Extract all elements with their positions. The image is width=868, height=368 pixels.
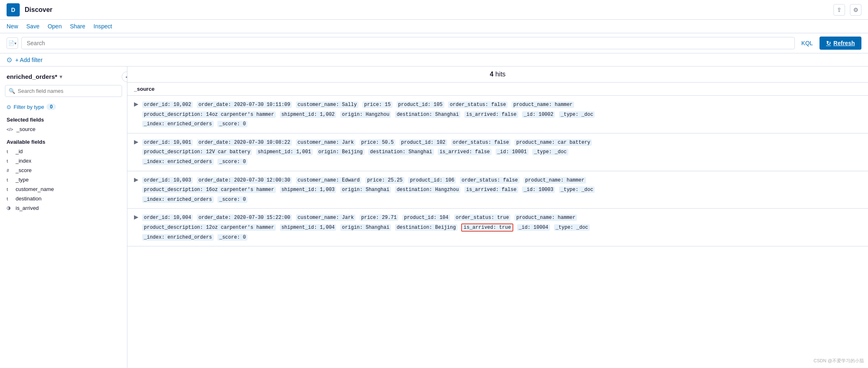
refresh-button[interactable]: ↻ Refresh <box>820 37 861 50</box>
field-score[interactable]: # _score <box>0 166 127 175</box>
sidebar: ◀ enriched_orders* ▾ 🔍 ⊙ Filter by type … <box>0 67 127 368</box>
menu-new[interactable]: New <box>7 23 18 30</box>
field-chip: _id: 10001 <box>496 149 529 155</box>
expand-button[interactable]: ▶ <box>134 176 139 183</box>
field-chip: order_status: false <box>448 101 508 108</box>
field-chip: product_description: 16oz carpenter's ha… <box>142 186 276 193</box>
expand-button[interactable]: ▶ <box>134 214 139 220</box>
field-name-customer: customer_name <box>16 186 54 192</box>
menu-save[interactable]: Save <box>26 23 39 30</box>
field-source[interactable]: </> _source <box>0 124 127 134</box>
field-chip: origin: Hangzhou <box>340 111 391 118</box>
doc-content: order_id: 10,001 order_date: 2020-07-30 … <box>142 138 592 167</box>
top-bar: D Discover ⇪ ⚙ <box>0 0 868 20</box>
field-chip: order_date: 2020-07-30 12:00:30 <box>197 177 292 184</box>
field-chip: _id: 10002 <box>522 111 555 118</box>
source-header: _source <box>127 83 868 96</box>
field-name-destination: destination <box>16 196 42 202</box>
field-chip: _type: _doc <box>554 224 590 231</box>
add-filter-button[interactable]: + Add filter <box>15 57 43 63</box>
field-chip: product_id: 104 <box>402 214 450 221</box>
table-row: ▶ order_id: 10,004 order_date: 2020-07-3… <box>127 209 868 246</box>
highlighted-field: is_arrived: true <box>461 223 513 232</box>
filter-bar: ⊙ + Add filter <box>0 53 868 67</box>
field-chip: origin: Beijing <box>317 149 365 155</box>
search-bar: 📄▾ KQL ↻ Refresh <box>0 33 868 53</box>
top-bar-icons: ⇪ ⚙ <box>833 4 861 16</box>
field-customer-name[interactable]: t customer_name <box>0 184 127 194</box>
field-chip: origin: Shanghai <box>340 224 391 231</box>
search-fields-input[interactable] <box>18 88 118 94</box>
field-chip: _type: _doc <box>559 186 595 193</box>
search-fields-icon: 🔍 <box>9 88 15 94</box>
main-content: 4 hits _source ▶ order_id: 10,002 order_… <box>127 67 868 368</box>
field-chip: is_arrived: false <box>438 149 491 155</box>
kql-button[interactable]: KQL <box>798 40 816 46</box>
field-chip: order_id: 10,002 <box>142 101 193 108</box>
table-row: ▶ order_id: 10,003 order_date: 2020-07-3… <box>127 171 868 209</box>
query-type-selector[interactable]: 📄▾ <box>7 37 18 49</box>
field-chip: _score: 0 <box>217 196 247 203</box>
field-chip: shipment_id: 1,003 <box>280 186 337 193</box>
field-chip: order_id: 10,003 <box>142 177 193 184</box>
field-chip: customer_name: Jark <box>296 214 356 221</box>
menu-inspect[interactable]: Inspect <box>94 23 112 30</box>
field-index[interactable]: t _index <box>0 156 127 166</box>
field-chip: destination: Shanghai <box>368 149 434 155</box>
field-chip: product_name: hammer <box>515 214 577 221</box>
field-chip: product_name: car battery <box>515 139 592 146</box>
field-chip: order_date: 2020-07-30 15:22:00 <box>197 214 292 221</box>
app-title: Discover <box>25 6 53 14</box>
menu-share[interactable]: Share <box>70 23 85 30</box>
field-name-score: _score <box>16 167 32 173</box>
field-chip: is_arrived: false <box>464 111 518 118</box>
field-chip: _id: 10004 <box>517 224 550 231</box>
expand-button[interactable]: ▶ <box>134 101 139 107</box>
filter-by-type-row[interactable]: ⊙ Filter by type 0 <box>0 102 127 115</box>
doc-content: order_id: 10,004 order_date: 2020-07-30 … <box>142 213 590 242</box>
field-type[interactable]: t _type <box>0 175 127 184</box>
filter-count-badge: 0 <box>46 104 56 110</box>
field-chip: customer_name: Jark <box>296 139 356 146</box>
filter-icon[interactable]: ⊙ <box>7 56 12 64</box>
index-selector[interactable]: enriched_orders* ▾ <box>0 71 127 85</box>
field-chip: product_id: 105 <box>397 101 444 108</box>
field-chip: _type: _doc <box>532 149 568 155</box>
field-destination[interactable]: t destination <box>0 194 127 203</box>
field-is-arrived[interactable]: ◑ is_arrived <box>0 203 127 213</box>
expand-button[interactable]: ▶ <box>134 138 139 145</box>
field-type-index: t <box>7 159 12 163</box>
field-chip: destination: Hangzhou <box>395 186 460 193</box>
field-chip: _score: 0 <box>217 234 247 241</box>
available-fields-label: Available fields <box>0 137 127 147</box>
field-chip: price: 25.25 <box>365 177 404 184</box>
filter-type-icon: ⊙ <box>7 104 11 110</box>
refresh-icon: ↻ <box>826 40 831 46</box>
watermark: CSDN @不爱学习的小茄 <box>814 358 864 364</box>
field-chip: _id: 10003 <box>522 186 555 193</box>
field-type-source: </> <box>7 127 13 132</box>
settings-icon[interactable]: ⚙ <box>850 4 861 16</box>
field-chip: _index: enriched_orders <box>142 196 214 203</box>
field-chip: shipment_id: 1,002 <box>280 111 337 118</box>
field-chip: product_description: 14oz carpenter's ha… <box>142 111 276 118</box>
field-chip: customer_name: Edward <box>296 177 361 184</box>
search-input[interactable] <box>27 40 790 46</box>
main-layout: ◀ enriched_orders* ▾ 🔍 ⊙ Filter by type … <box>0 67 868 368</box>
menu-open[interactable]: Open <box>48 23 62 30</box>
doc-content: order_id: 10,002 order_date: 2020-07-30 … <box>142 100 595 129</box>
field-chip: order_status: false <box>460 177 519 184</box>
search-input-wrapper <box>21 37 795 49</box>
field-chip: _score: 0 <box>217 121 247 127</box>
share-icon[interactable]: ⇪ <box>833 4 845 16</box>
field-type-score: # <box>7 168 12 173</box>
field-chip: origin: Shanghai <box>340 186 391 193</box>
field-chip: _score: 0 <box>217 159 247 165</box>
doc-content: order_id: 10,003 order_date: 2020-07-30 … <box>142 175 595 205</box>
field-chip: product_name: hammer <box>512 101 574 108</box>
field-chip: product_id: 106 <box>408 177 456 184</box>
field-chip: price: 50.5 <box>360 139 395 146</box>
field-chip: order_status: true <box>454 214 511 221</box>
field-chip: customer_name: Sally <box>296 101 358 108</box>
field-id[interactable]: t _id <box>0 147 127 156</box>
